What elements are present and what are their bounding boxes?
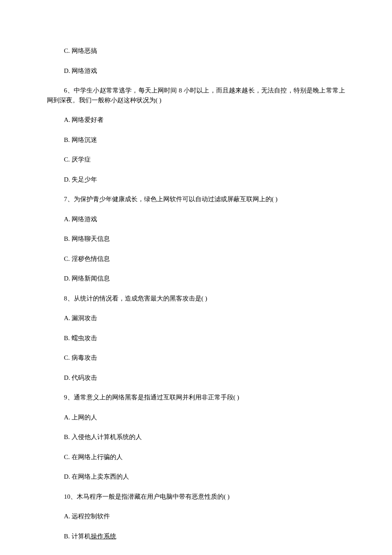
- q9-option-c: C. 在网络上行骗的人: [47, 452, 345, 462]
- q7-option-b: B. 网络聊天信息: [47, 234, 345, 244]
- q7-option-c: C. 淫秽色情信息: [47, 254, 345, 264]
- q7-option-a: A. 网络游戏: [47, 214, 345, 224]
- q8-option-c: C. 病毒攻击: [47, 353, 345, 363]
- q8-text: 8、从统计的情况看，造成危害最大的黑客攻击是( ): [47, 294, 345, 304]
- q9-option-b: B. 入侵他人计算机系统的人: [47, 432, 345, 442]
- q9-option-a: A. 上网的人: [47, 413, 345, 422]
- q6-option-c: C. 厌学症: [47, 155, 345, 165]
- q6-option-d: D. 失足少年: [47, 175, 345, 185]
- q6-option-b: B. 网络沉迷: [47, 135, 345, 145]
- q10-option-a: A. 远程控制软件: [47, 512, 345, 521]
- q10-text: 10、木马程序一般是指潜藏在用户电脑中带有恶意性质的( ): [47, 492, 345, 502]
- q7-text: 7、为保护青少年健康成长，绿色上网软件可以自动过滤或屏蔽互联网上的( ): [47, 194, 345, 204]
- q10-b-prefix: B. 计算机: [64, 533, 91, 540]
- document-page: C. 网络恶搞 D. 网络游戏 6、中学生小赵常常逃学，每天上网时间 8 小时以…: [0, 0, 392, 555]
- q8-option-b: B. 蠕虫攻击: [47, 333, 345, 343]
- q10-option-b: B. 计算机操作系统: [47, 532, 345, 541]
- q5-option-c: C. 网络恶搞: [47, 46, 345, 56]
- q9-text: 9、通常意义上的网络黑客是指通过互联网并利用非正常手段( ): [47, 393, 345, 402]
- q5-option-d: D. 网络游戏: [47, 66, 345, 76]
- q10-b-underline: 操作系统: [91, 533, 116, 540]
- q6-option-a: A. 网络爱好者: [47, 115, 345, 125]
- q9-option-d: D. 在网络上卖东西的人: [47, 472, 345, 482]
- q7-option-d: D. 网络新闻信息: [47, 274, 345, 283]
- q8-option-d: D. 代码攻击: [47, 373, 345, 383]
- q8-option-a: A. 漏洞攻击: [47, 313, 345, 323]
- q6-text: 6、中学生小赵常常逃学，每天上网时间 8 小时以上，而且越来越长，无法自控，特别…: [47, 86, 345, 105]
